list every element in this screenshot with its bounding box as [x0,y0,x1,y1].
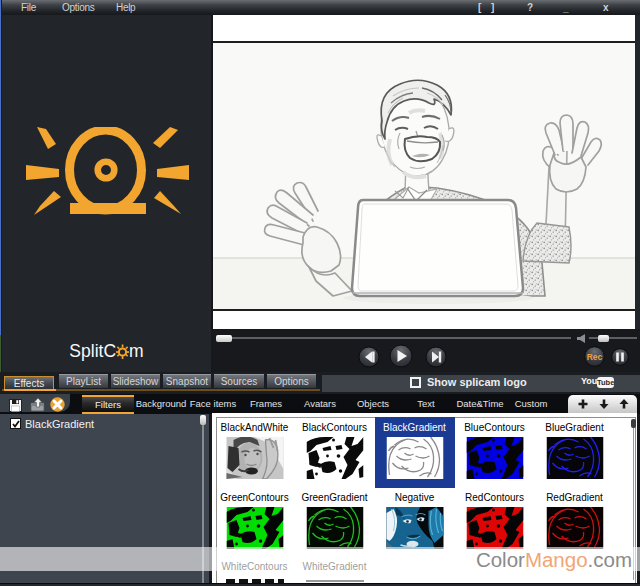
svg-text:Rec: Rec [587,352,603,362]
